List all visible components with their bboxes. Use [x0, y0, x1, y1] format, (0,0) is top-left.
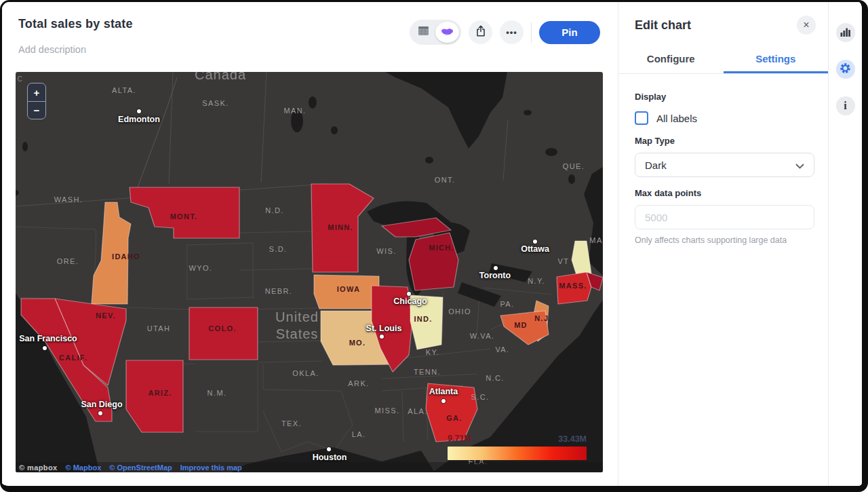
- panel-title: Edit chart: [635, 18, 691, 33]
- map-canvas[interactable]: CanadaUnited StatesCALTA.SASK.MAN.QUE.ON…: [16, 72, 603, 472]
- pin-button[interactable]: Pin: [539, 21, 600, 44]
- close-button[interactable]: ×: [797, 16, 816, 35]
- map-view-button[interactable]: [435, 22, 459, 43]
- right-rail: i: [828, 2, 862, 486]
- zoom-in-button[interactable]: +: [28, 83, 45, 101]
- city-marker: [98, 411, 102, 415]
- city-marker: [494, 266, 498, 270]
- city-marker: [380, 335, 384, 339]
- legend-gradient-bar: [448, 447, 587, 460]
- all-labels-checkbox[interactable]: [635, 111, 648, 125]
- info-button[interactable]: i: [836, 96, 855, 115]
- app-window: Total sales by state Add description: [0, 0, 868, 492]
- map-type-select[interactable]: Dark: [635, 153, 814, 177]
- view-toggle: [410, 20, 461, 45]
- zoom-out-button[interactable]: −: [28, 101, 45, 119]
- max-points-input[interactable]: [635, 205, 814, 229]
- share-icon: [474, 24, 488, 40]
- attribution-link[interactable]: © Mapbox: [66, 463, 102, 472]
- table-view-button[interactable]: [412, 22, 435, 43]
- city-label: Edmonton: [118, 115, 160, 126]
- city-label: Atlanta: [429, 387, 458, 398]
- panel-header: Edit chart ×: [618, 2, 828, 35]
- display-section-label: Display: [635, 92, 814, 102]
- attribution-link[interactable]: Improve this map: [180, 463, 242, 472]
- city-label: Toronto: [479, 271, 511, 282]
- city-label: Chicago: [393, 297, 427, 307]
- all-labels-label: All labels: [656, 113, 697, 124]
- settings-button[interactable]: [836, 60, 855, 79]
- city-marker: [137, 109, 141, 113]
- map-attribution-links: © Mapbox© OpenStreetMapImprove this map: [66, 463, 242, 472]
- city-label: St. Louis: [366, 324, 402, 335]
- more-options-button[interactable]: •••: [500, 20, 524, 44]
- legend-max-value: 33.43M: [558, 434, 587, 444]
- bar-chart-icon: [840, 27, 851, 39]
- map-zoom-control: + −: [27, 83, 46, 119]
- city-label: San Francisco: [19, 334, 77, 345]
- map-cities: EdmontonOttawaTorontoChicagoSt. LouisSan…: [16, 72, 603, 472]
- max-points-label: Max data points: [635, 188, 814, 198]
- city-label: Ottawa: [521, 244, 549, 255]
- main-area: Total sales by state Add description: [2, 2, 618, 486]
- visualization-button[interactable]: [836, 23, 855, 42]
- chevron-down-icon: [795, 159, 804, 171]
- gear-icon: [839, 62, 852, 77]
- city-marker: [441, 399, 446, 403]
- all-labels-row: All labels: [635, 111, 814, 125]
- city-label: San Diego: [81, 400, 122, 411]
- map-attribution: © mapbox © Mapbox© OpenStreetMapImprove …: [16, 462, 603, 472]
- attribution-link[interactable]: © OpenStreetMap: [109, 463, 172, 472]
- description-placeholder[interactable]: Add description: [18, 44, 86, 55]
- city-marker: [533, 240, 537, 244]
- legend-min-value: 9.71M: [448, 434, 471, 443]
- city-marker: [327, 447, 331, 451]
- page-title: Total sales by state: [18, 17, 133, 31]
- toolbar-divider: [531, 22, 532, 43]
- close-icon: ×: [803, 20, 809, 31]
- panel-body: Display All labels Map Type Dark Max dat…: [618, 74, 828, 245]
- city-marker: [407, 292, 411, 296]
- tab-configure[interactable]: Configure: [618, 45, 724, 73]
- edit-chart-panel: Edit chart × Configure Settings Display …: [618, 2, 828, 486]
- city-marker: [43, 346, 47, 350]
- map-type-value: Dark: [645, 159, 667, 171]
- panel-tabs: Configure Settings: [618, 45, 828, 74]
- table-icon: [418, 26, 429, 39]
- tab-settings[interactable]: Settings: [724, 45, 829, 73]
- info-icon: i: [844, 100, 846, 111]
- max-points-helper: Only affects charts supporting large dat…: [635, 235, 814, 245]
- ellipsis-icon: •••: [506, 28, 517, 37]
- toolbar: ••• Pin: [410, 20, 600, 45]
- map-type-label: Map Type: [635, 136, 814, 146]
- share-button[interactable]: [469, 20, 492, 44]
- map-icon: [441, 26, 454, 39]
- mapbox-logo[interactable]: © mapbox: [19, 463, 58, 472]
